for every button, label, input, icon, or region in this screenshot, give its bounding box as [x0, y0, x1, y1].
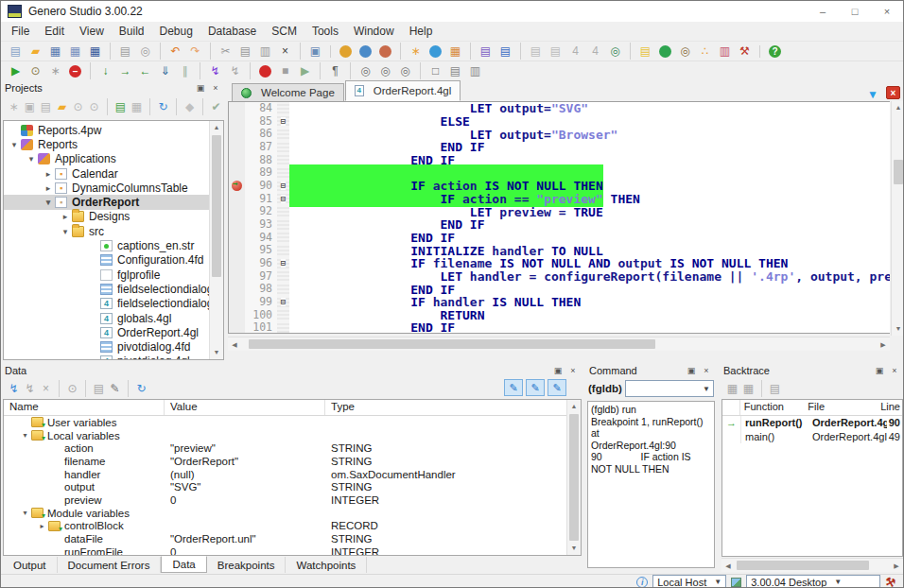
float-panel-icon[interactable]: ▣: [685, 366, 698, 375]
record-macro-button[interactable]: [259, 65, 271, 78]
edit-value-button[interactable]: ✎: [107, 380, 123, 397]
find-in-files-button[interactable]: ◎: [605, 43, 625, 60]
save-button[interactable]: ▦: [45, 43, 65, 60]
var-controlblock[interactable]: ▸ controlBlock RECORD: [4, 520, 581, 533]
host-select[interactable]: Local Host ▼: [652, 575, 726, 588]
fold-margin[interactable]: ⊟: [277, 257, 289, 270]
global-scope-button[interactable]: ⊙: [64, 380, 80, 397]
save-all-button[interactable]: ▦: [85, 43, 105, 60]
float-panel-icon[interactable]: ▣: [551, 366, 565, 375]
tree-item-orderreport-4gl[interactable]: 4 OrderReport.4gl: [4, 325, 223, 339]
fold-marker-icon[interactable]: ⊟: [281, 298, 286, 306]
project-build-button[interactable]: ∗: [6, 98, 22, 115]
fold-margin[interactable]: [277, 166, 289, 180]
tree-item-orderreport[interactable]: ▾ ▪ OrderReport: [4, 195, 223, 209]
scroll-down-icon[interactable]: ▼: [210, 346, 223, 359]
close-panel-icon[interactable]: ×: [209, 83, 222, 93]
breakpoint-margin[interactable]: →: [229, 218, 245, 232]
backtrace-row-main[interactable]: main() OrderReport.4gl 49: [722, 430, 902, 444]
tools-wrench-button[interactable]: ⚒: [735, 43, 755, 60]
copy-value-button[interactable]: ▤: [91, 380, 107, 397]
tab-output[interactable]: Output: [3, 557, 58, 573]
menu-item[interactable]: SCM: [264, 23, 304, 40]
float-panel-icon[interactable]: ▣: [873, 366, 886, 375]
tree-item-pivotdialog-4gl[interactable]: 4 pivotdialog.4gl: [4, 355, 223, 360]
link-4gl-button[interactable]: 4: [585, 43, 605, 60]
scroll-up-icon[interactable]: ▲: [210, 121, 223, 134]
var-runfromfile[interactable]: runFromFile 0 INTEGER: [4, 545, 581, 556]
tree-item-applications[interactable]: ▾ Applications: [4, 152, 223, 166]
fold-margin[interactable]: ⊟: [277, 296, 289, 309]
zoom-reset-button[interactable]: ◎: [395, 62, 415, 79]
var-filename[interactable]: filename "OrderReport" STRING: [4, 455, 581, 468]
fold-margin[interactable]: [277, 232, 289, 245]
tab-orderreport-4gl[interactable]: 4 OrderReport.4gl: [345, 80, 461, 101]
scroll-up-icon[interactable]: ▲: [892, 101, 904, 114]
fold-margin[interactable]: [277, 154, 289, 167]
code-area[interactable]: → 84 LET output="SVG": [228, 101, 890, 334]
doc-settings-button[interactable]: ▤: [546, 43, 565, 60]
var-local-variables[interactable]: ▾ Local variables: [4, 429, 581, 442]
breakpoint-margin[interactable]: →: [229, 232, 245, 245]
stop-debug-button[interactable]: –: [69, 65, 81, 78]
breakpoint-margin[interactable]: →: [229, 309, 245, 322]
delete-button[interactable]: ×: [275, 43, 295, 60]
stop-macro-button[interactable]: ■: [275, 62, 295, 79]
scroll-up-icon[interactable]: ▲: [567, 400, 581, 413]
column-header-value[interactable]: Value: [165, 400, 325, 415]
menu-item[interactable]: Window: [346, 23, 402, 40]
fold-margin[interactable]: [277, 141, 289, 154]
compile-4gl-button[interactable]: 4: [565, 43, 585, 60]
menu-item[interactable]: Debug: [152, 23, 200, 40]
scroll-left-icon[interactable]: ◀: [228, 337, 241, 351]
scroll-right-icon[interactable]: ▶: [890, 559, 903, 572]
scroll-down-icon[interactable]: ▼: [892, 322, 904, 336]
import-program-button[interactable]: ▤: [495, 43, 515, 60]
var-action[interactable]: action "preview" STRING: [4, 441, 581, 455]
column-header-function[interactable]: Function: [740, 400, 807, 415]
chevron-down-icon[interactable]: ▼: [714, 578, 721, 586]
build-all-lightning-button[interactable]: ↯: [225, 62, 245, 79]
scroll-left-icon[interactable]: ◀: [721, 559, 735, 572]
project-doc-button[interactable]: ▤: [38, 98, 54, 115]
data-refresh-button[interactable]: ↻: [133, 380, 149, 397]
project-check-button[interactable]: ✔: [208, 98, 224, 115]
expander-icon[interactable]: ▾: [8, 140, 21, 149]
fold-margin[interactable]: [277, 270, 289, 284]
chevron-down-icon[interactable]: ▼: [703, 385, 710, 393]
build-ball-red-button[interactable]: [379, 45, 391, 58]
editor-hscrollbar[interactable]: ◀ ▶: [228, 337, 890, 351]
breakpoint-margin[interactable]: →: [229, 115, 245, 129]
build-ball-blue-button[interactable]: [359, 45, 372, 58]
scroll-down-icon[interactable]: ▼: [567, 542, 581, 555]
close-document-button[interactable]: ×: [886, 86, 900, 99]
menu-item[interactable]: View: [72, 23, 112, 40]
fold-margin[interactable]: [277, 205, 289, 218]
expander-icon[interactable]: ▾: [19, 509, 31, 517]
profiler-button[interactable]: ⊙: [26, 62, 45, 79]
breakpoint-margin[interactable]: →: [229, 244, 245, 257]
save-as-button[interactable]: ▦: [65, 43, 85, 60]
show-whitespace-button[interactable]: ¶: [325, 62, 345, 79]
tab-list-dropdown-icon[interactable]: ▼: [861, 88, 884, 101]
cut-button[interactable]: ✂: [216, 43, 235, 60]
fullscreen-button[interactable]: □: [426, 62, 445, 79]
redo-button[interactable]: ↷: [185, 43, 205, 60]
menu-item[interactable]: Build: [112, 23, 152, 40]
fold-margin[interactable]: [277, 244, 289, 257]
fold-margin[interactable]: [277, 128, 289, 141]
close-button[interactable]: ×: [871, 1, 903, 22]
editor-vscrollbar[interactable]: ▲ ▼: [891, 101, 904, 336]
run-to-cursor-button[interactable]: ⇓: [155, 62, 175, 79]
package-button[interactable]: ▦: [445, 43, 465, 60]
build-lightning-button[interactable]: ↯: [205, 62, 225, 79]
variables-table-header[interactable]: Name Value Type: [4, 400, 581, 416]
breakpoint-margin[interactable]: →: [229, 154, 245, 167]
remove-watch-button[interactable]: ↯: [22, 380, 38, 397]
column-header-file[interactable]: File: [806, 400, 878, 415]
task-list-button[interactable]: ▥: [715, 43, 735, 60]
tree-item-captions-en-str[interactable]: captions_en.str: [4, 238, 223, 252]
print-preview-button[interactable]: ◎: [135, 43, 155, 60]
paste-button[interactable]: ▥: [255, 43, 275, 60]
fold-marker-icon[interactable]: ⊟: [281, 195, 286, 203]
